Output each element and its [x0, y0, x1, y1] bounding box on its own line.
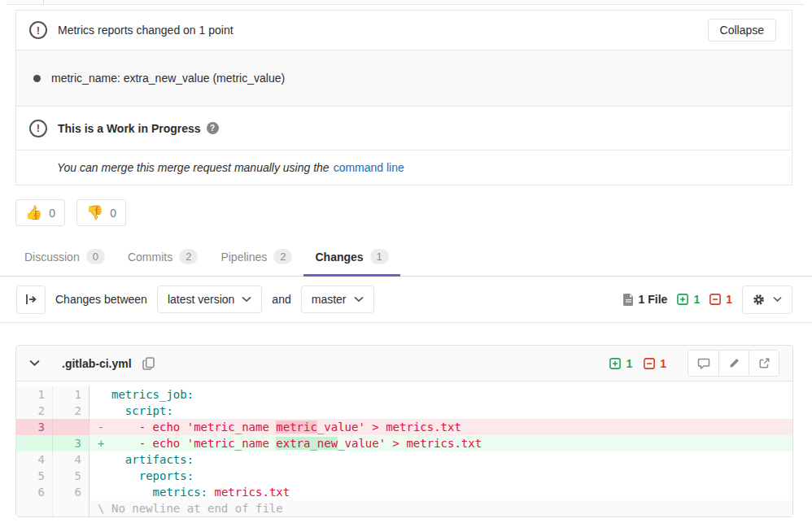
bullet-icon	[33, 75, 41, 82]
code-token	[111, 469, 139, 482]
diff-line: \No newline at end of file	[16, 500, 792, 516]
toggle-comments-button[interactable]	[688, 351, 718, 376]
old-line-number[interactable]: 1	[16, 386, 53, 403]
copy-path-button[interactable]	[142, 357, 155, 370]
view-file-button[interactable]	[749, 351, 779, 376]
new-line-number[interactable]: 4	[53, 451, 89, 468]
code-token: - echo 'metric_name	[111, 421, 276, 434]
diff-line: 44 artifacts:	[16, 451, 792, 468]
new-line-number[interactable]: 2	[53, 403, 89, 419]
diff-line-content: metrics: metrics.txt	[89, 484, 792, 500]
chevron-down-icon	[242, 296, 251, 303]
code-token: extra_new	[276, 437, 338, 450]
file-header-actions: 1 1	[609, 350, 779, 377]
code-token: script:	[125, 404, 173, 417]
tab-label: Discussion	[24, 251, 80, 264]
diff-marker: +	[98, 435, 111, 451]
tab-label: Commits	[128, 251, 172, 264]
files-count-stat: 1 File	[623, 293, 668, 306]
tab-count-badge: 2	[273, 249, 292, 264]
tab-pipelines[interactable]: Pipelines 2	[209, 239, 303, 277]
file-deletions-stat: 1	[644, 357, 666, 370]
file-name[interactable]: .gitlab-ci.yml	[62, 357, 132, 370]
old-line-number[interactable]: 5	[16, 468, 53, 484]
code-token: metrics_job:	[111, 388, 194, 401]
thumbs-down-icon: 👎	[86, 204, 103, 221]
file-icon	[623, 294, 634, 306]
metric-item-row: metric_name: extra_new_value (metric_val…	[16, 50, 792, 107]
tab-changes[interactable]: Changes 1	[303, 239, 399, 277]
plus-square-icon	[677, 294, 688, 305]
merge-request-page: ! Metrics reports changed on 1 point Col…	[0, 0, 812, 523]
diff-marker: -	[98, 419, 111, 435]
and-label: and	[272, 293, 290, 306]
mr-tabs: Discussion 0 Commits 2 Pipelines 2 Chang…	[0, 239, 812, 277]
target-branch-value: master	[312, 293, 347, 306]
award-emoji-bar: 👍 0 👎 0	[15, 199, 812, 226]
comment-icon	[697, 357, 710, 370]
merge-manually-row: You can merge this merge request manuall…	[16, 150, 792, 185]
thumbs-up-count: 0	[49, 207, 55, 220]
code-token: _value' > metrics.txt	[317, 421, 461, 434]
file-action-buttons	[688, 350, 779, 377]
alert-circle-icon: !	[29, 21, 47, 39]
alert-circle-icon: !	[29, 120, 47, 137]
thumbs-up-button[interactable]: 👍 0	[15, 199, 65, 226]
old-line-number[interactable]: 6	[16, 484, 53, 500]
new-line-number[interactable]: 6	[53, 484, 89, 500]
diff-line-content: artifacts:	[89, 451, 792, 468]
tab-commits[interactable]: Commits 2	[116, 239, 209, 277]
minus-square-icon	[709, 294, 721, 305]
diff-file-header: .gitlab-ci.yml 1 1	[16, 346, 792, 381]
thumbs-down-button[interactable]: 👎 0	[76, 199, 126, 226]
tab-discussion[interactable]: Discussion 0	[13, 239, 116, 277]
old-line-number[interactable]	[16, 435, 53, 451]
new-line-number[interactable]: 1	[53, 386, 89, 403]
collapse-button[interactable]: Collapse	[708, 19, 776, 41]
wip-title-text: This is a Work in Progress	[58, 122, 201, 135]
new-line-number[interactable]: 5	[53, 468, 89, 484]
code-token: metrics:	[153, 486, 207, 499]
metrics-report-row: ! Metrics reports changed on 1 point Col…	[16, 11, 792, 50]
wip-title: This is a Work in Progress ?	[58, 122, 219, 135]
diff-line: 22 script:	[16, 403, 792, 419]
file-collapse-caret[interactable]	[28, 358, 41, 368]
tab-count-badge: 2	[179, 249, 198, 264]
new-line-number[interactable]	[53, 500, 89, 516]
plus-square-icon	[609, 358, 621, 369]
old-line-number[interactable]	[16, 500, 53, 516]
diff-line-content: - - echo 'metric_name metric_value' > me…	[89, 419, 792, 435]
tab-label: Pipelines	[220, 251, 267, 264]
old-line-number[interactable]: 4	[16, 451, 53, 468]
version-dropdown-value: latest version	[168, 293, 234, 306]
code-token: metric	[276, 421, 317, 434]
new-line-number[interactable]: 3	[53, 435, 89, 451]
code-token: - echo 'metric_name	[111, 437, 276, 450]
code-token: reports:	[139, 469, 194, 482]
help-icon[interactable]: ?	[207, 122, 219, 134]
file-tree-toggle-button[interactable]	[16, 285, 46, 314]
file-deletions-count: 1	[660, 357, 666, 370]
minus-square-icon	[644, 358, 655, 369]
diff-line: 66 metrics: metrics.txt	[16, 484, 792, 500]
new-line-number[interactable]	[53, 419, 89, 435]
gear-icon	[753, 294, 765, 306]
target-branch-dropdown[interactable]: master	[301, 285, 374, 313]
diff-marker: \	[98, 500, 111, 516]
file-additions-count: 1	[626, 357, 632, 370]
thumbs-up-icon: 👍	[25, 204, 42, 221]
code-token: No newline at end of file	[111, 502, 283, 515]
previous-section-border	[7, 0, 805, 5]
edit-file-button[interactable]	[718, 351, 749, 376]
old-line-number[interactable]: 2	[16, 403, 53, 419]
chevron-down-icon	[354, 296, 364, 303]
diff-line-content: script:	[89, 403, 792, 419]
chevron-down-icon	[29, 360, 40, 367]
copy-icon	[142, 357, 155, 370]
old-line-number[interactable]: 3	[16, 419, 53, 435]
additions-stat: 1	[677, 293, 700, 306]
diff-settings-button[interactable]	[742, 285, 792, 314]
version-dropdown[interactable]: latest version	[157, 285, 262, 313]
command-line-link[interactable]: command line	[334, 161, 404, 174]
code-token: metrics.txt	[214, 486, 290, 499]
